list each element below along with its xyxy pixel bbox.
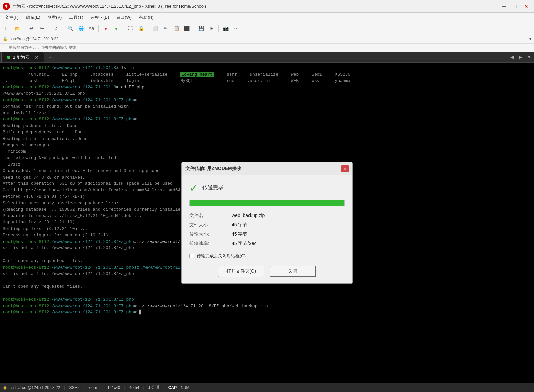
status-sep-4: | [124,385,125,390]
info-bar: ← 要添加当前会话，点击左侧的箭头按钮。 [0,44,534,52]
progress-bar-fill [190,200,344,206]
tab-bar: 1 华为云 ✕ + ◀ ▶ ▾ [0,52,534,63]
toolbar-separator-5 [123,25,123,32]
menu-help[interactable]: 帮助(H) [136,13,157,22]
address-text: ssh://root@124.71.201.8:22 [10,37,58,41]
filename-label: 文件名: [189,213,229,219]
menu-file[interactable]: 文件(F) [1,13,22,22]
font-button[interactable]: Aa [87,24,96,33]
lock-button[interactable]: 🔒 [136,24,146,33]
status-sep-3: | [102,385,103,390]
app-logo: 华 [3,3,10,10]
tab-status-dot [7,56,10,59]
more-button[interactable]: ⋯ [232,24,241,33]
status-bar: 🔒 ssh://root@124.71.201.8:22 | SSH2 | xt… [0,383,534,392]
tab-menu-button[interactable]: ▾ [525,53,533,61]
address-bar: 🔒 ssh://root@124.71.201.8:22 ▾ [0,34,534,44]
toolbar-separator-7 [194,25,194,32]
forward-button[interactable]: ↪ [37,24,47,33]
record-button[interactable]: ● [101,24,110,33]
lock-icon: 🔒 [3,37,8,41]
modal-status: ✓ 传送完毕 [189,182,345,194]
fullscreen-button[interactable]: ⛶ [126,24,135,33]
menu-tools[interactable]: 工具(T) [66,13,86,22]
close-button[interactable]: ✕ [521,3,531,10]
status-num: NUM [181,385,189,390]
status-dimensions: 141x40 [107,385,120,390]
toolbar-separator-2 [49,25,49,32]
title-bar: 华 华为云 - root@hcss-ecs-8f12: /www/wwwroot… [0,0,534,13]
filesize-label: 文件大小: [189,222,229,228]
search-button[interactable]: 🔍 [66,24,75,33]
terminal-btn-2[interactable]: ✏ [161,24,170,33]
terminal-btn-4[interactable]: ⬛ [182,24,191,33]
file-transfer-modal: 文件传输: 用ZMODEM接收 ✕ ✓ 传送完毕 文件名: web_backup… [181,162,353,284]
active-tab[interactable]: 1 华为云 ✕ [1,52,44,62]
address-chevron-icon: ▾ [529,37,531,41]
open-button[interactable]: 📂 [13,24,22,33]
save-button[interactable]: 💾 [196,24,206,33]
menu-window[interactable]: 窗口(W) [113,13,135,22]
status-sep-6: | [163,385,164,390]
transfer-rate-label: 传输速率: [189,241,229,246]
toolbar-separator-3 [63,25,63,32]
toolbar-separator-4 [98,25,99,32]
menu-tabs[interactable]: 选项卡(B) [87,13,112,22]
modal-title: 文件传输: 用ZMODEM接收 [185,166,241,172]
tab-nav: ◀ ▶ ▾ [508,53,533,62]
green-button[interactable]: ● [112,24,121,33]
progress-bar-container [189,200,345,206]
globe-button[interactable]: 🌐 [76,24,85,33]
modal-title-bar: 文件传输: 用ZMODEM接收 ✕ [182,162,352,175]
toolbar-separator-6 [148,25,148,32]
modal-body: ✓ 传送完毕 文件名: web_backup.zip 文件大小: 45 字节 传… [182,175,352,283]
terminal-container: root@hcss-ecs-8f12:/www/wwwroot/124.71.2… [0,63,534,383]
transfer-size-value: 45 字节 [232,231,345,237]
terminal-btn-1[interactable]: ⬜ [150,24,160,33]
status-size: 40,54 [129,385,139,390]
menu-bar: 文件(F) 编辑(E) 查看(V) 工具(T) 选项卡(B) 窗口(W) 帮助(… [0,13,534,22]
menu-edit[interactable]: 编辑(E) [23,13,44,22]
title-bar-controls: ─ □ ✕ [499,3,531,10]
grid-button[interactable]: ⊞ [207,24,216,33]
transfer-size-label: 传输大小: [189,231,229,237]
toolbar-separator-1 [24,25,24,32]
back-button[interactable]: ↩ [27,24,36,33]
status-sep-5: | [143,385,144,390]
menu-view[interactable]: 查看(V) [44,13,65,22]
close-modal-button[interactable]: 关闭 [270,266,316,277]
tab-next-button[interactable]: ▶ [517,53,524,61]
status-lock-icon: 🔒 [3,385,7,390]
status-ssh: SSH2 [69,385,79,390]
status-sessions: 1 会话 [148,385,159,390]
filename-value: web_backup.zip [232,213,345,219]
status-sep-2: | [83,385,84,390]
tab-label: 1 华为云 [13,54,29,60]
modal-buttons: 打开文件夹(O) 关闭 [189,266,345,277]
camera-button[interactable]: 📷 [221,24,230,33]
window-title: 华为云 - root@hcss-ecs-8f12: /www/wwwroot/1… [13,3,206,9]
modal-close-button[interactable]: ✕ [341,165,349,172]
minimize-button[interactable]: ─ [499,3,509,10]
transfer-rate-value: 45 字节/Sec [232,241,345,246]
filesize-value: 45 字节 [232,222,345,228]
add-tab-button[interactable]: + [46,53,55,62]
title-bar-left: 华 华为云 - root@hcss-ecs-8f12: /www/wwwroot… [3,3,206,10]
close-after-transfer-label: 传输完成后关闭对话框(C) [197,253,246,259]
close-after-transfer-checkbox[interactable] [189,254,194,258]
arrow-icon: ← [3,46,7,50]
tab-close-button[interactable]: ✕ [35,55,39,60]
session-manager-button[interactable]: 🖥 [51,24,61,33]
status-sep-1: | [64,385,65,390]
modal-overlay: 文件传输: 用ZMODEM接收 ✕ ✓ 传送完毕 文件名: web_backup… [0,63,534,383]
maximize-button[interactable]: □ [510,3,520,10]
status-label: 传送完毕 [202,184,223,191]
close-after-transfer-row: 传输完成后关闭对话框(C) [189,253,345,259]
new-session-button[interactable]: □ [2,24,11,33]
tab-prev-button[interactable]: ◀ [508,53,516,61]
status-terminal: xterm [88,385,98,390]
terminal-btn-3[interactable]: 📋 [172,24,181,33]
open-folder-button[interactable]: 打开文件夹(O) [218,266,264,277]
toolbar: □ 📂 ↩ ↪ 🖥 🔍 🌐 Aa ● ● ⛶ 🔒 ⬜ ✏ 📋 ⬛ 💾 ⊞ 📷 ⋯ [0,22,534,34]
status-address: ssh://root@124.71.201.8:22 [11,385,60,390]
